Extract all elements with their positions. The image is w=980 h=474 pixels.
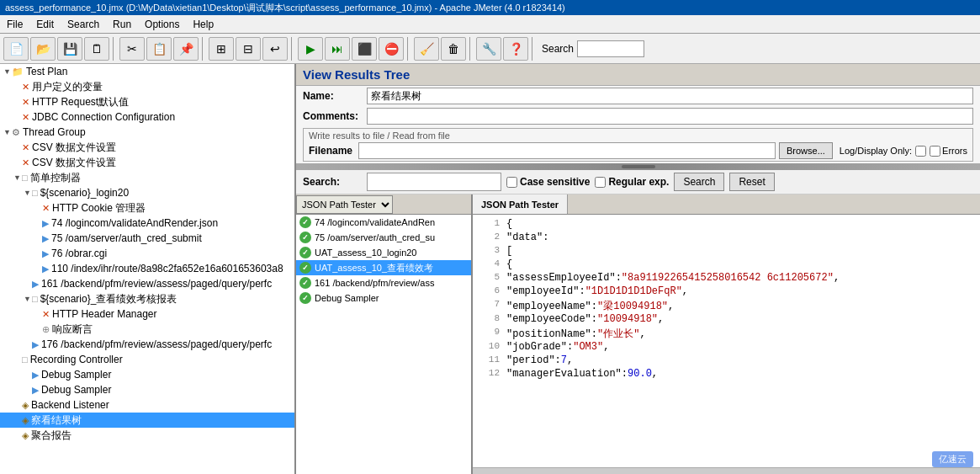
clear-all-button[interactable]: 🗑 — [441, 37, 466, 61]
menu-edit[interactable]: Edit — [29, 15, 61, 33]
menu-file[interactable]: File — [0, 15, 29, 33]
tree-node-test-plan[interactable]: ▼📁Test Plan — [0, 64, 294, 79]
comments-label: Comments: — [303, 110, 362, 122]
divider-handle — [622, 165, 655, 168]
tree-node-http-header[interactable]: ✕HTTP Header Manager — [0, 306, 294, 322]
tree-node-jdbc-config[interactable]: ✕JDBC Connection Configuration — [0, 109, 294, 125]
tree-node-req176[interactable]: ▶176 /backend/pfm/review/assess/paged/qu… — [0, 337, 294, 352]
tree-node-label-simple-controller: 简单控制器 — [30, 171, 81, 185]
stop-button[interactable]: ⬛ — [352, 37, 377, 61]
tree-container: ▼📁Test Plan ✕用户定义的变量 ✕HTTP Request默认值 ✕J… — [0, 64, 294, 443]
tree-node-label-csv1: CSV 数据文件设置 — [32, 141, 116, 155]
request-tab-bar: JSON Path Tester — [296, 194, 471, 215]
request-tab-select[interactable]: JSON Path Tester — [296, 195, 393, 214]
file-section-title: Write results to file / Read from file — [309, 130, 967, 141]
save-button[interactable]: 💾 — [57, 37, 82, 61]
tree-node-user-vars[interactable]: ✕用户定义的变量 — [0, 79, 294, 94]
start-no-pause-button[interactable]: ⏭ — [325, 37, 350, 61]
request-item-r1[interactable]: ✓74 /logincom/validateAndRen — [296, 215, 471, 230]
shutdown-button[interactable]: ⛔ — [379, 37, 404, 61]
cut-button[interactable]: ✂ — [119, 37, 145, 61]
tree-node-csv2[interactable]: ✕CSV 数据文件设置 — [0, 155, 294, 170]
tree-node-http-cookie[interactable]: ✕HTTP Cookie 管理器 — [0, 200, 294, 216]
search-input[interactable] — [367, 173, 501, 191]
tree-node-scenario-check[interactable]: ▼□${scenario}_查看绩效考核报表 — [0, 291, 294, 306]
tree-node-label-think-time: 响应断言 — [52, 322, 93, 337]
undo-button[interactable]: ↩ — [262, 37, 288, 61]
collapse-button[interactable]: ⊟ — [236, 37, 261, 61]
help-button[interactable]: ❓ — [503, 37, 528, 61]
start-button[interactable]: ▶ — [298, 37, 323, 61]
reset-button[interactable]: Reset — [729, 173, 774, 191]
tree-node-req75[interactable]: ▶75 /oam/server/auth_cred_submit — [0, 231, 294, 246]
line-num-10: 10 — [476, 341, 500, 354]
watermark: 亿速云 — [932, 451, 973, 467]
tree-node-req74[interactable]: ▶74 /logincom/validateAndRender.json — [0, 216, 294, 231]
tree-node-req76[interactable]: ▶76 /obrar.cgi — [0, 246, 294, 261]
tree-node-thread-group[interactable]: ▼⚙Thread Group — [0, 125, 294, 140]
clear-button[interactable]: 🧹 — [414, 37, 439, 61]
tree-node-debug-sampler1[interactable]: ▶Debug Sampler — [0, 367, 294, 382]
line-num-3: 3 — [476, 245, 500, 258]
menu-run[interactable]: Run — [106, 15, 138, 33]
open-button[interactable]: 📂 — [30, 37, 56, 61]
menu-options[interactable]: Options — [138, 15, 186, 33]
tree-node-backend-listener[interactable]: ◈Backend Listener — [0, 397, 294, 413]
title-bar: assess_performance_10.jmx (D:\MyData\xie… — [0, 0, 980, 15]
tree-node-agg-report[interactable]: ◈聚合报告 — [0, 428, 294, 443]
comments-row: Comments: — [296, 106, 980, 126]
tree-node-label-debug-sampler1: Debug Sampler — [41, 369, 111, 381]
right-panel: View Results Tree Name: Comments: Write … — [296, 64, 980, 474]
tree-node-req161[interactable]: ▶161 /backend/pfm/review/assess/paged/qu… — [0, 276, 294, 291]
browse-button[interactable]: Browse... — [779, 142, 833, 159]
line-num-11: 11 — [476, 354, 500, 368]
filename-input[interactable] — [358, 142, 776, 159]
name-input[interactable] — [367, 88, 973, 104]
json-tab-active[interactable]: JSON Path Tester — [473, 194, 568, 214]
tree-node-label-recording-controller: Recording Controller — [30, 354, 123, 365]
tree-node-scenario-login[interactable]: ▼□${scenario}_login20 — [0, 185, 294, 200]
tree-node-simple-controller[interactable]: ▼□简单控制器 — [0, 170, 294, 185]
request-item-r6[interactable]: ✓Debug Sampler — [296, 290, 471, 306]
request-list-panel: JSON Path Tester ✓74 /logincom/validateA… — [296, 194, 473, 474]
json-h-scrollbar[interactable] — [473, 467, 980, 474]
menu-search[interactable]: Search — [61, 15, 106, 33]
errors-checkbox[interactable] — [930, 146, 940, 157]
request-item-r2[interactable]: ✓75 /oam/server/auth_cred_su — [296, 230, 471, 245]
tree-node-debug-sampler2[interactable]: ▶Debug Sampler — [0, 382, 294, 397]
search-toolbar: Search — [542, 40, 644, 57]
json-text-1: { — [506, 218, 977, 232]
search-button[interactable]: Search — [674, 173, 724, 191]
sep1 — [113, 37, 116, 61]
tree-node-view-results[interactable]: ◈察看结果树 — [0, 413, 294, 428]
tree-node-label-req110: 110 /index/ihr/route/8a98c2fa652e16a6016… — [51, 263, 283, 274]
paste-button[interactable]: 📌 — [173, 37, 199, 61]
request-item-r5[interactable]: ✓161 /backend/pfm/review/ass — [296, 275, 471, 290]
comments-input[interactable] — [367, 108, 973, 125]
request-tab-dropdown[interactable]: JSON Path Tester — [296, 194, 393, 214]
case-sensitive-checkbox[interactable] — [506, 177, 517, 188]
tree-node-think-time[interactable]: ⊕响应断言 — [0, 322, 294, 337]
new-button[interactable]: 📄 — [3, 37, 29, 61]
regular-exp-checkbox[interactable] — [595, 177, 606, 188]
line-num-6: 6 — [476, 285, 500, 299]
tree-node-recording-controller[interactable]: □Recording Controller — [0, 352, 294, 367]
search-bar: Search: Case sensitive Regular exp. Sear… — [296, 170, 980, 194]
tree-node-label-req176: 176 /backend/pfm/review/assess/paged/que… — [41, 338, 272, 350]
save-as-button[interactable]: 🗒 — [84, 37, 109, 61]
expand-button[interactable]: ⊞ — [209, 37, 234, 61]
log-display-checkbox[interactable] — [915, 146, 926, 157]
request-item-r4[interactable]: ✓UAT_assess_10_查看绩效考 — [296, 260, 471, 275]
tree-node-req110[interactable]: ▶110 /index/ihr/route/8a98c2fa652e16a601… — [0, 261, 294, 276]
tree-node-label-thread-group: Thread Group — [23, 126, 86, 138]
tree-node-csv1[interactable]: ✕CSV 数据文件设置 — [0, 140, 294, 155]
json-text-10: "jobGrade":"OM3", — [506, 341, 977, 354]
copy-button[interactable]: 📋 — [146, 37, 172, 61]
function-helper-button[interactable]: 🔧 — [476, 37, 501, 61]
file-row: Filename Browse... Log/Display Only: Err… — [309, 142, 967, 159]
search-toolbar-input[interactable] — [577, 40, 644, 57]
menu-help[interactable]: Help — [186, 15, 220, 33]
request-item-r3[interactable]: ✓UAT_assess_10_login20 — [296, 245, 471, 260]
tree-node-http-defaults[interactable]: ✕HTTP Request默认值 — [0, 94, 294, 109]
json-text-12: "managerEvaluation":90.0, — [506, 368, 977, 381]
